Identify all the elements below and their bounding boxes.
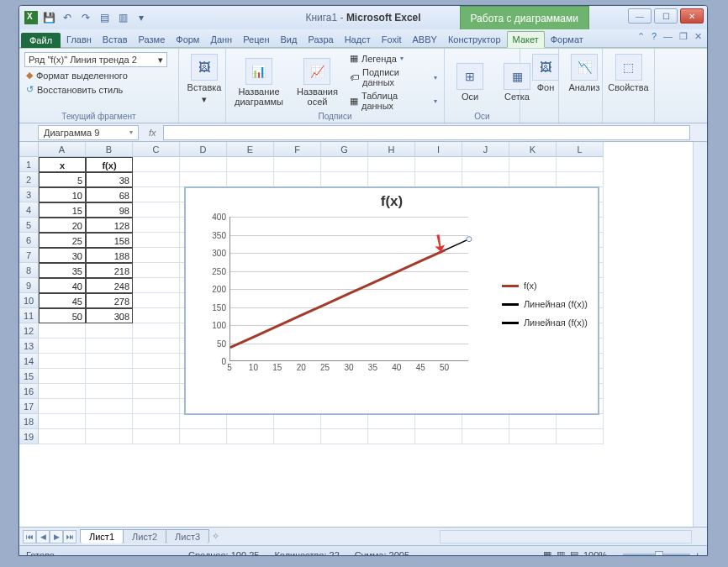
cell[interactable] (274, 429, 321, 444)
cell[interactable]: 98 (86, 202, 133, 218)
horizontal-scrollbar[interactable] (440, 530, 692, 543)
row-header[interactable]: 8 (19, 263, 39, 278)
cell[interactable] (368, 157, 415, 172)
cell[interactable]: x (39, 157, 86, 172)
cell[interactable] (321, 429, 368, 444)
tab-home[interactable]: Главн (61, 32, 97, 47)
cell[interactable]: 20 (39, 218, 86, 233)
cell[interactable] (415, 172, 462, 187)
cell[interactable] (39, 354, 86, 369)
prev-sheet-icon[interactable]: ◀ (36, 530, 50, 543)
close-button[interactable]: ✕ (680, 8, 704, 24)
cell[interactable] (86, 399, 133, 414)
cell[interactable] (39, 339, 86, 354)
cell[interactable]: 188 (86, 248, 133, 263)
reset-style-button[interactable]: ↺Восстановить стиль (24, 83, 173, 96)
cell[interactable]: 218 (86, 263, 133, 278)
cell[interactable] (133, 293, 180, 308)
select-all-corner[interactable] (19, 142, 39, 157)
cell[interactable]: 128 (86, 218, 133, 233)
tab-dev[interactable]: Разра (303, 32, 338, 47)
sheet-tab[interactable]: Лист2 (123, 529, 166, 543)
cell[interactable] (557, 429, 604, 444)
tab-layout[interactable]: Разме (134, 32, 171, 47)
cell[interactable] (274, 414, 321, 429)
format-selection-button[interactable]: ◆Формат выделенного (24, 69, 173, 81)
axes-button[interactable]: ⊞Оси (450, 52, 490, 112)
first-sheet-icon[interactable]: ⏮ (23, 530, 36, 543)
cell[interactable] (133, 354, 180, 369)
cell[interactable] (133, 187, 180, 202)
cell[interactable] (133, 218, 180, 233)
tab-formulas[interactable]: Форм (171, 32, 204, 47)
cell[interactable] (39, 323, 86, 339)
zoom-in-icon[interactable]: + (695, 550, 700, 557)
cell[interactable] (39, 414, 86, 429)
cell[interactable] (133, 172, 180, 187)
vertical-scrollbar[interactable] (693, 142, 707, 527)
axis-title-button[interactable]: 📈Названия осей (293, 52, 341, 112)
plot-area[interactable]: 050100150200250300350400 510152025303540… (208, 217, 468, 376)
cell[interactable] (180, 429, 227, 444)
last-sheet-icon[interactable]: ⏭ (63, 530, 76, 543)
cell[interactable] (133, 233, 180, 248)
cell[interactable]: 5 (39, 172, 86, 187)
col-header[interactable]: B (86, 142, 133, 157)
col-header[interactable]: I (415, 142, 462, 157)
cell[interactable] (86, 339, 133, 354)
row-header[interactable]: 18 (19, 414, 39, 429)
row-header[interactable]: 15 (19, 369, 39, 384)
chart-object[interactable]: f(x) 050100150200250300350400 5101520253… (185, 187, 599, 414)
row-header[interactable]: 19 (19, 429, 39, 444)
col-header[interactable]: F (274, 142, 321, 157)
doc-close-icon[interactable]: ✕ (694, 31, 702, 42)
cell[interactable] (509, 414, 557, 429)
row-header[interactable]: 16 (19, 384, 39, 399)
cell[interactable] (462, 429, 509, 444)
cell[interactable] (133, 157, 180, 172)
cell[interactable] (86, 414, 133, 429)
row-header[interactable]: 11 (19, 308, 39, 323)
minimize-button[interactable]: — (628, 8, 652, 24)
cell[interactable]: f(x) (86, 157, 133, 172)
name-box[interactable]: Диаграмма 9▾ (38, 125, 139, 140)
cell[interactable] (227, 414, 274, 429)
cell[interactable] (227, 172, 274, 187)
sheet-tab[interactable]: Лист1 (80, 529, 124, 543)
next-sheet-icon[interactable]: ▶ (50, 530, 63, 543)
fx-icon[interactable]: fx (142, 128, 163, 138)
maximize-button[interactable]: ☐ (654, 8, 678, 24)
col-header[interactable]: K (509, 142, 557, 157)
qat-more-icon[interactable]: ▾ (134, 10, 149, 25)
chart-elements-combo[interactable]: Ряд "f(x)" Линия тренда 2▾ (24, 52, 167, 67)
cell[interactable] (39, 384, 86, 399)
view-normal-icon[interactable]: ▦ (543, 549, 551, 556)
cell[interactable] (86, 384, 133, 399)
tab-view[interactable]: Вид (276, 32, 303, 47)
row-header[interactable]: 12 (19, 323, 39, 339)
cell[interactable] (368, 172, 415, 187)
cell[interactable] (133, 399, 180, 414)
help-icon[interactable]: ? (652, 31, 657, 42)
cell[interactable] (86, 323, 133, 339)
cell[interactable] (133, 248, 180, 263)
col-header[interactable]: C (133, 142, 180, 157)
insert-button[interactable]: 🖼Вставка▾ (184, 52, 224, 107)
cell[interactable] (86, 369, 133, 384)
cell[interactable] (368, 414, 415, 429)
col-header[interactable]: J (462, 142, 509, 157)
cell[interactable] (227, 429, 274, 444)
col-header[interactable]: E (227, 142, 274, 157)
cell[interactable]: 308 (86, 308, 133, 323)
analysis-button[interactable]: 📉Анализ (564, 52, 604, 94)
cell[interactable] (321, 414, 368, 429)
cell[interactable]: 278 (86, 293, 133, 308)
cell[interactable] (368, 429, 415, 444)
cell[interactable]: 248 (86, 278, 133, 293)
tab-foxit[interactable]: Foxit (377, 32, 407, 47)
legend-button[interactable]: ▦Легенда▾ (348, 52, 439, 65)
cell[interactable] (86, 354, 133, 369)
row-header[interactable]: 10 (19, 293, 39, 308)
cell[interactable] (557, 157, 604, 172)
cell[interactable]: 40 (39, 278, 86, 293)
